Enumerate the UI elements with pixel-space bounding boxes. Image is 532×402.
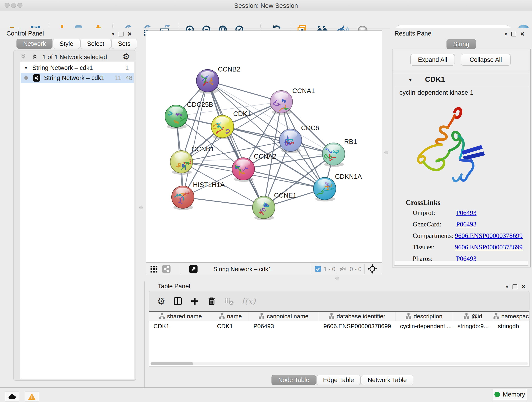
- network-row-selected[interactable]: String Network – cdk1 11 48: [21, 73, 134, 83]
- collection-count: 1: [125, 64, 129, 71]
- network-edge-CCNB2-HIST1H1A[interactable]: [183, 81, 208, 197]
- network-node-RB1[interactable]: [322, 143, 345, 167]
- tab-sets[interactable]: Sets: [111, 39, 137, 49]
- title-bar: Session: New Session: [0, 0, 532, 11]
- tab-string[interactable]: String: [447, 39, 476, 49]
- network-list-options-gear-icon[interactable]: ⚙: [123, 52, 130, 61]
- table-hscrollbar[interactable]: [150, 362, 528, 365]
- crosslink-row: Compartments:9606.ENSP00000378699: [413, 232, 523, 240]
- protein-structure-image: [404, 102, 492, 194]
- table-options-gear-icon[interactable]: ⚙: [157, 296, 165, 306]
- table-row[interactable]: CDK1CDK1P064939606.ENSP00000378699cyclin…: [149, 321, 529, 331]
- hidden-count: 0 - 0: [350, 266, 361, 273]
- close-panel-icon[interactable]: ×: [520, 31, 525, 37]
- cloud-status-button[interactable]: [5, 391, 19, 402]
- table-tabs: Node TableEdge TableNetwork Table: [272, 375, 414, 385]
- tab-network-table[interactable]: Network Table: [361, 375, 413, 385]
- network-edge-CCNB2-CCNE1[interactable]: [208, 81, 264, 207]
- results-hscrollbar[interactable]: [395, 261, 528, 265]
- crosslink-link[interactable]: 9606.ENSP00000378699: [455, 232, 523, 240]
- node-label-HIST1H1A: HIST1H1A: [193, 181, 225, 188]
- hidden-eye-slash-icon: [339, 265, 347, 272]
- column-header-canonical-name[interactable]: canonical name: [249, 312, 319, 321]
- tab-edge-table[interactable]: Edge Table: [317, 375, 361, 385]
- collection-label: String Network – cdk1: [32, 64, 93, 71]
- left-splitter-handle[interactable]: [139, 206, 143, 209]
- crosslink-row: Tissues:9606.ENSP00000378699: [413, 243, 523, 251]
- tab-style[interactable]: Style: [53, 39, 80, 49]
- network-node-CCNB1[interactable]: [170, 151, 193, 175]
- results-panel-title: Results Panel: [394, 30, 433, 37]
- network-collection-row[interactable]: ▾ String Network – cdk1 1: [21, 63, 134, 73]
- entry-expander-icon[interactable]: ▾: [409, 77, 412, 83]
- float-panel-icon[interactable]: ▾: [506, 284, 508, 289]
- crosslink-link[interactable]: P06493: [456, 220, 476, 228]
- birdseye-crosshair-icon[interactable]: [367, 264, 377, 274]
- tab-network[interactable]: Network: [17, 39, 52, 49]
- export-view-icon[interactable]: [189, 264, 198, 274]
- table-cell: 9606.ENSP00000378699: [319, 321, 395, 331]
- expand-collapse-box: Expand All Collapse All: [393, 50, 529, 71]
- node-label-CDKN1A: CDKN1A: [335, 173, 362, 180]
- crosslinks-list: Uniprot:P06493GeneCard:P06493Compartment…: [413, 209, 523, 266]
- crosslinks-heading: CrossLinks: [406, 198, 440, 207]
- column-header-name[interactable]: name: [212, 312, 249, 321]
- network-edge-count: 48: [126, 75, 133, 82]
- maximize-panel-icon[interactable]: [513, 284, 517, 289]
- table-panel-window-controls: ▾ ×: [506, 283, 526, 290]
- maximize-panel-icon[interactable]: [511, 32, 516, 36]
- collapse-all-button[interactable]: Collapse All: [461, 54, 511, 65]
- column-header-namespac[interactable]: namespac: [493, 312, 529, 321]
- network-edge-HIST1H1A-CCNE1[interactable]: [183, 197, 264, 207]
- node-label-CDC6: CDC6: [301, 124, 319, 132]
- delete-column-trash-icon[interactable]: [207, 297, 216, 306]
- tab-select[interactable]: Select: [80, 39, 111, 49]
- maximize-panel-icon[interactable]: [119, 32, 123, 36]
- float-panel-icon[interactable]: ▾: [112, 31, 114, 37]
- function-builder-icon[interactable]: f(x): [241, 297, 256, 306]
- network-node-CDC25B[interactable]: [165, 105, 189, 129]
- gene-name: CDK1: [425, 75, 445, 84]
- column-header-@id[interactable]: @id: [453, 312, 493, 321]
- memory-button[interactable]: Memory: [493, 389, 527, 400]
- network-canvas[interactable]: CCNB2CCNA1CDC25BCDK1CDC6RB1CCNB1CCNA2CDK…: [146, 31, 382, 262]
- expand-all-button[interactable]: Expand All: [410, 54, 455, 65]
- string-network-icon: [33, 74, 40, 82]
- show-columns-icon[interactable]: [173, 297, 182, 306]
- network-node-HIST1H1A[interactable]: [172, 186, 194, 210]
- gene-entry-body: cyclin-dependent kinase 1: [394, 87, 528, 266]
- crosslink-link[interactable]: P06493: [456, 209, 476, 217]
- table-hscrollbar-thumb[interactable]: [151, 362, 193, 365]
- network-node-CCNA2[interactable]: [232, 158, 254, 182]
- network-node-CDK1[interactable]: [211, 115, 234, 139]
- column-header-shared-name[interactable]: shared name: [149, 312, 212, 321]
- share-view-icon[interactable]: [162, 264, 171, 274]
- warnings-button[interactable]: [25, 391, 39, 402]
- selected-checkbox-icon[interactable]: [315, 266, 321, 272]
- tab-node-table[interactable]: Node Table: [272, 375, 316, 385]
- close-panel-icon[interactable]: ×: [521, 283, 526, 290]
- delete-table-icon[interactable]: [224, 296, 234, 306]
- network-label: String Network – cdk1: [44, 75, 104, 82]
- create-column-plus-icon[interactable]: [190, 297, 199, 306]
- crosslink-row: Uniprot:P06493: [413, 209, 523, 217]
- network-node-CCNA1[interactable]: [270, 90, 293, 115]
- float-panel-icon[interactable]: ▾: [505, 31, 507, 37]
- right-splitter-handle[interactable]: [385, 151, 388, 154]
- column-header-database-identifier[interactable]: database identifier: [319, 312, 395, 321]
- table-cell: CDK1: [149, 321, 212, 331]
- cloud-icon: [8, 393, 17, 400]
- node-label-CCNB1: CCNB1: [191, 145, 214, 153]
- column-header-description[interactable]: description: [395, 312, 453, 321]
- network-tree: ▾ String Network – cdk1 1 String Network…: [20, 62, 134, 379]
- close-panel-icon[interactable]: ×: [128, 31, 132, 37]
- network-node-CDKN1A[interactable]: [313, 177, 336, 201]
- grid-view-icon[interactable]: [150, 265, 158, 273]
- network-node-CCNB2[interactable]: [196, 70, 219, 94]
- tree-expander-icon[interactable]: ▾: [25, 65, 27, 71]
- crosslink-link[interactable]: 9606.ENSP00000378699: [455, 243, 523, 251]
- horizontal-splitter-handle[interactable]: [336, 277, 339, 280]
- network-node-CDC6[interactable]: [279, 129, 302, 153]
- network-node-CCNE1[interactable]: [253, 196, 275, 220]
- netbar-divider: [311, 264, 311, 274]
